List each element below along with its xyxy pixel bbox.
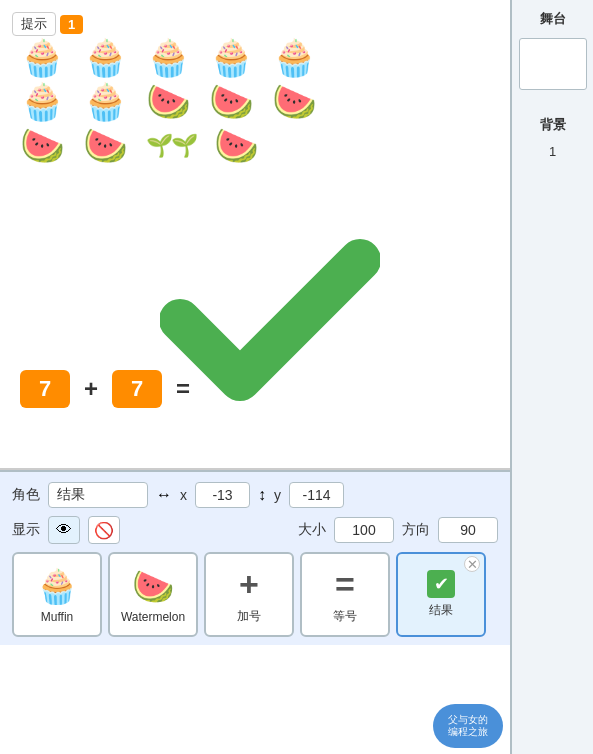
- character-props-row: 角色 ↔ x ↕ y: [12, 482, 498, 508]
- watermelon-sprite-icon: 🍉: [132, 566, 174, 606]
- checkmark-container: [160, 230, 380, 410]
- equation-row: 7 + 7 =: [20, 370, 190, 408]
- display-props-row: 显示 👁 🚫 大小 方向: [12, 516, 498, 544]
- y-label: y: [274, 487, 281, 503]
- muffin-7: 🧁: [83, 84, 128, 120]
- muffin-5: 🧁: [272, 40, 317, 76]
- y-input[interactable]: [289, 482, 344, 508]
- seeds-icon: 🌱🌱: [146, 133, 196, 159]
- emoji-row-2: 🧁 🧁 🍉 🍉 🍉: [20, 84, 490, 120]
- stage-preview[interactable]: [519, 38, 587, 90]
- arrow-v-icon: ↕: [258, 486, 266, 504]
- watermelon-sprite-label: Watermelon: [121, 610, 185, 624]
- character-label: 角色: [12, 486, 40, 504]
- watermark-text: 父与女的 编程之旅: [448, 714, 488, 738]
- size-input[interactable]: [334, 517, 394, 543]
- right-operand: 7: [112, 370, 162, 408]
- bottom-panel: 角色 ↔ x ↕ y 显示 👁 🚫 大小 方向 🧁 Muffin 🍉 Water…: [0, 470, 510, 645]
- muffin-2: 🧁: [83, 40, 128, 76]
- direction-input[interactable]: [438, 517, 498, 543]
- size-label: 大小: [298, 521, 326, 539]
- watermelon-2: 🍉: [209, 84, 254, 120]
- x-label: x: [180, 487, 187, 503]
- watermelon-4: 🍉: [20, 128, 65, 164]
- result-sprite-label: 结果: [429, 602, 453, 619]
- watermelon-1: 🍉: [146, 84, 191, 120]
- x-input[interactable]: [195, 482, 250, 508]
- show-button[interactable]: 👁: [48, 516, 80, 544]
- right-panel: 舞台 背景 1: [510, 0, 593, 754]
- watermelon-5: 🍉: [83, 128, 128, 164]
- equals-sprite-icon: =: [335, 565, 355, 604]
- emoji-area: 🧁 🧁 🧁 🧁 🧁 🧁 🧁 🍉 🍉 🍉 🍉 🍉 🌱🌱 🍉: [20, 40, 490, 172]
- sprite-muffin[interactable]: 🧁 Muffin: [12, 552, 102, 637]
- plus-sprite-icon: +: [239, 565, 259, 604]
- muffin-4: 🧁: [209, 40, 254, 76]
- arrow-h-icon: ↔: [156, 486, 172, 504]
- watermelon-3: 🍉: [272, 84, 317, 120]
- muffin-sprite-icon: 🧁: [36, 566, 78, 606]
- character-name-input[interactable]: [48, 482, 148, 508]
- result-sprite-icon: ✔: [427, 570, 455, 598]
- sprite-strip: 🧁 Muffin 🍉 Watermelon + 加号 = 等号 ✕ ✔ 结果: [12, 552, 498, 637]
- emoji-row-1: 🧁 🧁 🧁 🧁 🧁: [20, 40, 490, 76]
- hint-badge: 提示 1: [12, 12, 83, 36]
- hint-count: 1: [60, 15, 83, 34]
- plus-sprite-label: 加号: [237, 608, 261, 625]
- sprite-plus[interactable]: + 加号: [204, 552, 294, 637]
- sprite-watermelon[interactable]: 🍉 Watermelon: [108, 552, 198, 637]
- watermelon-6: 🍉: [214, 128, 259, 164]
- bg-count: 1: [549, 144, 556, 159]
- plus-operator: +: [84, 375, 98, 403]
- muffin-sprite-label: Muffin: [41, 610, 73, 624]
- hide-button[interactable]: 🚫: [88, 516, 120, 544]
- result-close-button[interactable]: ✕: [464, 556, 480, 572]
- muffin-1: 🧁: [20, 40, 65, 76]
- bg-label: 背景: [540, 116, 566, 134]
- equals-sprite-label: 等号: [333, 608, 357, 625]
- main-stage: 提示 1 🧁 🧁 🧁 🧁 🧁 🧁 🧁 🍉 🍉 🍉 🍉 🍉 🌱🌱 🍉: [0, 0, 510, 470]
- stage-label: 舞台: [540, 10, 566, 28]
- display-label: 显示: [12, 521, 40, 539]
- sprite-result[interactable]: ✕ ✔ 结果: [396, 552, 486, 637]
- emoji-row-3: 🍉 🍉 🌱🌱 🍉: [20, 128, 490, 164]
- muffin-6: 🧁: [20, 84, 65, 120]
- muffin-3: 🧁: [146, 40, 191, 76]
- hint-label: 提示: [12, 12, 56, 36]
- sprite-equals[interactable]: = 等号: [300, 552, 390, 637]
- equals-operator: =: [176, 375, 190, 403]
- watermark: 父与女的 编程之旅: [433, 704, 503, 748]
- left-operand: 7: [20, 370, 70, 408]
- checkmark-svg: [160, 230, 380, 410]
- direction-label: 方向: [402, 521, 430, 539]
